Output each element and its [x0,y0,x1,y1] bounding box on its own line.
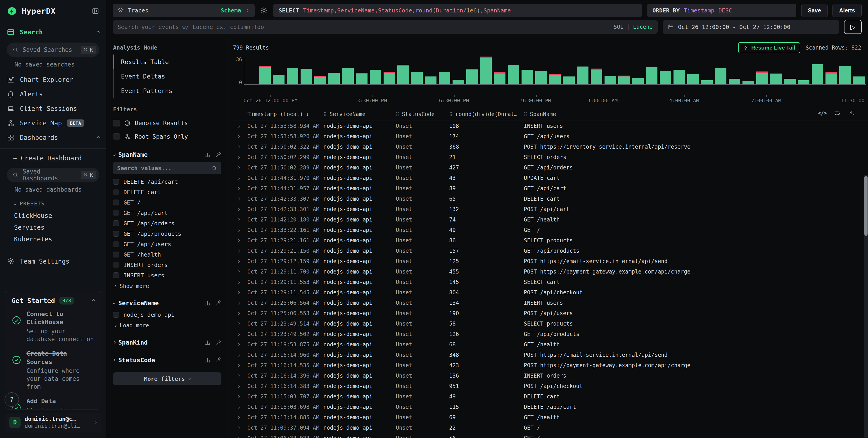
sidebar-item-service-map[interactable]: Service Map BETA [0,116,106,130]
histogram-bar[interactable] [549,57,561,84]
table-row[interactable]: Oct 27 11:29:21.150 AM nodejs-demo-api U… [233,246,868,256]
table-row[interactable]: Oct 27 11:50:02.289 AM nodejs-demo-api U… [233,163,868,173]
table-row[interactable]: Oct 27 11:23:49.514 AM nodejs-demo-api U… [233,319,868,329]
column-header-spanname[interactable]: SpanName [524,111,868,117]
table-row[interactable]: Oct 27 11:42:33.301 AM nodejs-demo-api U… [233,204,868,214]
drag-handle-icon[interactable] [524,112,527,117]
sidebar-item-chart-explorer[interactable]: Chart Explorer [0,72,106,87]
sidebar-collapse-icon[interactable] [92,7,99,15]
sidebar-preset-item[interactable]: Kubernetes [0,233,106,245]
filter-group-servicename[interactable]: ServiceName [113,296,221,310]
filter-value-row[interactable]: GET /api/orders [113,218,221,229]
histogram-bar[interactable] [756,57,768,84]
filter-value-row[interactable]: GET /health [113,249,221,260]
user-menu[interactable]: D dominic.tran@c… dominic.tran@cli… [5,413,101,432]
values-search-input[interactable]: Search values... [113,162,221,174]
filter-value-row[interactable]: DELETE cart [113,187,221,197]
expand-row-icon[interactable] [233,402,244,412]
expand-row-icon[interactable] [233,235,244,246]
pin-icon[interactable] [216,357,221,363]
histogram-bar[interactable] [853,57,865,84]
expand-row-icon[interactable] [233,371,244,381]
expand-row-icon[interactable] [233,266,244,277]
select-clause-input[interactable]: SELECTTimestamp,ServiceName,StatusCode,r… [273,4,642,17]
checkbox[interactable] [113,221,119,226]
table-row[interactable]: Oct 27 11:42:20.180 AM nodejs-demo-api U… [233,214,868,225]
histogram-bar[interactable] [245,57,257,84]
table-row[interactable]: Oct 27 11:15:03.698 AM nodejs-demo-api U… [233,402,868,412]
table-row[interactable]: Oct 27 11:16:14.396 AM nodejs-demo-api U… [233,371,868,381]
checkbox[interactable] [113,272,119,278]
histogram-bar[interactable] [480,57,492,84]
table-row[interactable]: Oct 27 11:15:03.707 AM nodejs-demo-api U… [233,391,868,402]
drag-handle-icon[interactable] [323,112,327,117]
expand-row-icon[interactable] [233,277,244,287]
histogram-bar[interactable] [674,57,685,84]
histogram-bar[interactable] [301,57,312,84]
table-row[interactable]: Oct 27 11:53:58.934 AM nodejs-demo-api U… [233,121,868,131]
histogram-bar[interactable] [273,57,284,84]
vertical-scrollbar[interactable] [864,175,868,438]
histogram-bar[interactable] [522,57,533,84]
event-search-input[interactable]: Search your events w/ Lucene ex. column:… [113,20,658,34]
expand-row-icon[interactable] [233,131,244,142]
spanname-show-more[interactable]: Show more [113,281,221,292]
sort-desc-icon[interactable]: ↓ [306,111,309,117]
chevron-up-icon[interactable] [97,31,100,34]
histogram-bar[interactable] [535,57,547,84]
expand-row-icon[interactable] [233,163,244,173]
chevron-up-icon[interactable] [92,299,95,302]
sidebar-preset-item[interactable]: Services [0,222,106,233]
table-row[interactable]: Oct 27 11:50:02.322 AM nodejs-demo-api U… [233,142,868,152]
filter-value-row[interactable]: GET / [113,197,221,208]
histogram-bar[interactable] [453,57,464,84]
wrap-lines-icon[interactable] [834,110,840,116]
table-row[interactable]: Oct 27 11:16:14.535 AM nodejs-demo-api U… [233,360,868,371]
table-row[interactable]: Oct 27 11:06:33.033 AM nodejs-demo-api U… [233,433,868,438]
histogram-bar[interactable] [259,57,271,84]
histogram-bar[interactable] [425,57,436,84]
mode-event-deltas[interactable]: Event Deltas [113,69,221,84]
resume-live-tail-button[interactable]: Resume Live Tail [738,42,800,53]
drag-handle-icon[interactable] [396,112,399,117]
more-filters-button[interactable]: More filters [113,372,221,385]
mode-results-table[interactable]: Results Table [113,55,221,69]
histogram-bar[interactable] [439,57,450,84]
expand-row-icon[interactable] [233,412,244,422]
run-query-button[interactable]: ▷ [844,20,862,34]
expand-row-icon[interactable] [233,360,244,371]
histogram-bar[interactable] [287,57,298,84]
get-started-step[interactable]: Create Data Sources Configure where your… [11,350,95,391]
histogram-bar[interactable] [314,57,326,84]
mode-event-patterns[interactable]: Event Patterns [113,84,221,98]
time-range-picker[interactable]: Oct 26 12:00:00 - Oct 27 12:00:00 [663,20,839,34]
get-started-step[interactable]: Add Data Start sending [11,397,95,409]
filter-value-row[interactable]: INSERT orders [113,260,221,270]
filter-group-spankind[interactable]: SpanKind [113,336,221,349]
sidebar-item-search[interactable]: Search [0,25,106,39]
histogram-bar[interactable] [342,57,353,84]
code-view-icon[interactable]: </> [818,110,827,116]
expand-row-icon[interactable] [233,287,244,298]
histogram-bar[interactable] [770,57,782,84]
saved-searches-input[interactable]: Saved Searches ⌘ K [7,42,99,57]
filter-value-row[interactable]: GET /api/products [113,229,221,239]
expand-row-icon[interactable] [233,422,244,433]
histogram-bar[interactable] [370,57,381,84]
histogram-bar[interactable] [397,57,409,84]
histogram-bar[interactable] [577,57,588,84]
pin-icon[interactable] [216,300,221,306]
servicename-load-more[interactable]: Load more [113,320,221,331]
table-row[interactable]: Oct 27 11:29:21.161 AM nodejs-demo-api U… [233,235,868,246]
sidebar-item-team-settings[interactable]: Team Settings [0,254,106,268]
expand-row-icon[interactable] [233,433,244,438]
chart-mini-icon[interactable] [205,300,211,306]
checkbox[interactable] [113,120,120,126]
column-header-servicename[interactable]: ServiceName [323,111,396,117]
checkbox[interactable] [113,210,119,216]
expand-row-icon[interactable] [233,194,244,204]
filter-value-row[interactable]: GET /api/users [113,239,221,249]
table-row[interactable]: Oct 27 11:13:14.885 AM nodejs-demo-api U… [233,412,868,422]
chart-mini-icon[interactable] [205,339,211,345]
checkbox[interactable] [113,231,119,237]
